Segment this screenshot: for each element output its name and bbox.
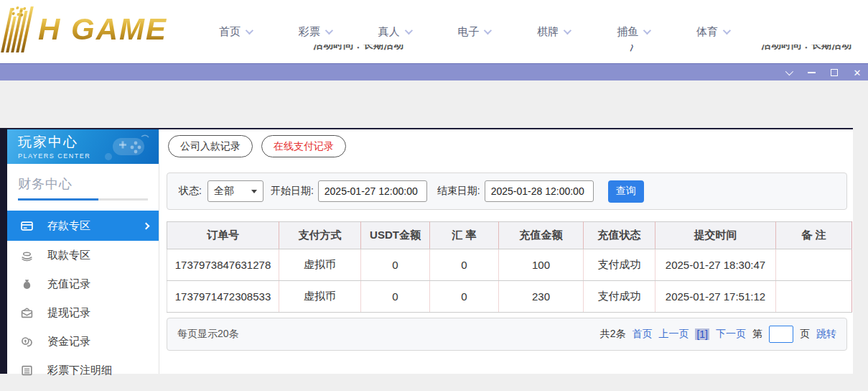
pagination-bar: 每页显示20条 共2条 首页 上一页 [1] 下一页 第 页 跳转 [167, 318, 847, 351]
col-recharge-status: 充值状态 [584, 222, 655, 249]
site-logo: H GAME [6, 4, 167, 55]
cell-payment-method: 虚拟币 [279, 281, 361, 313]
nav-item-fishing[interactable]: 捕鱼 [617, 25, 649, 39]
coins-icon [20, 335, 33, 348]
first-page-link[interactable]: 首页 [632, 328, 652, 341]
money-bag-icon [20, 277, 33, 290]
prev-page-link[interactable]: 上一页 [658, 328, 689, 341]
main-nav: 首页 彩票 真人 电子 棋牌 捕鱼 体育 [219, 0, 729, 63]
left-dark-edge [0, 128, 7, 374]
end-date-label: 结束日期: [437, 185, 480, 198]
query-button[interactable]: 查询 [608, 180, 644, 203]
cell-submit-time: 2025-01-27 18:30:47 [655, 249, 776, 281]
section-divider [18, 198, 148, 201]
sidebar-item-lottery-bet-details[interactable]: 彩票下注明细 [7, 356, 159, 385]
clipped-background-chevron: 〉 [629, 45, 640, 54]
window-titlebar: ✕ [0, 63, 868, 80]
end-date-input[interactable] [485, 180, 594, 202]
gamepad-icon [100, 134, 151, 162]
clipped-background-text: 活动时间：长期活动 [761, 45, 854, 55]
window-controls: ✕ [783, 64, 862, 81]
withdraw-hand-icon [20, 249, 33, 262]
chevron-down-icon [325, 27, 333, 34]
sidebar-item-funds-records[interactable]: 资金记录 [7, 327, 159, 356]
page-jump-input[interactable] [769, 326, 793, 343]
wallet-icon [20, 306, 33, 319]
col-order-number: 订单号 [167, 222, 279, 249]
start-date-input[interactable] [318, 180, 427, 202]
maximize-icon [831, 69, 838, 76]
cell-submit-time: 2025-01-27 17:51:12 [655, 281, 776, 313]
logo-bars-icon [1, 6, 39, 52]
start-date-label: 开始日期: [271, 185, 314, 198]
nav-item-lottery[interactable]: 彩票 [299, 25, 331, 39]
chevron-down-icon [643, 27, 651, 34]
window-close-button[interactable]: ✕ [852, 68, 862, 78]
cell-remarks [776, 281, 852, 313]
status-select-value: 全部 [214, 185, 234, 198]
cell-recharge-amount: 230 [499, 281, 584, 313]
sidebar-item-label: 取款专区 [47, 249, 90, 262]
status-select[interactable]: 全部 [207, 180, 263, 202]
pagination-controls: 共2条 首页 上一页 [1] 下一页 第 页 跳转 [600, 326, 836, 343]
site-header: H GAME 首页 彩票 真人 电子 棋牌 捕鱼 体育 [0, 0, 868, 63]
tab-company-deposit-records[interactable]: 公司入款记录 [168, 135, 253, 157]
table-header-row: 订单号 支付方式 USDT金额 汇 率 充值金额 充值状态 提交时间 备 注 [167, 222, 852, 249]
nav-item-slots[interactable]: 电子 [457, 25, 490, 39]
record-tabs: 公司入款记录 在线支付记录 [168, 135, 346, 157]
clipped-background-text: 活动时间：长期活动 [313, 45, 428, 55]
logo-text: H GAME [38, 12, 167, 47]
sidebar-item-withdrawal-records[interactable]: 提现记录 [7, 298, 159, 327]
tab-online-payment-records[interactable]: 在线支付记录 [261, 135, 346, 157]
list-icon [20, 364, 33, 377]
jump-button[interactable]: 跳转 [816, 328, 836, 341]
nav-item-home[interactable]: 首页 [219, 25, 251, 39]
cell-recharge-amount: 100 [499, 249, 584, 281]
cell-order-number: 1737971472308533 [167, 281, 279, 313]
total-count: 共2条 [600, 328, 626, 341]
close-icon: ✕ [854, 68, 862, 78]
bank-card-icon [20, 219, 33, 232]
payment-records-table: 订单号 支付方式 USDT金额 汇 率 充值金额 充值状态 提交时间 备 注 1… [167, 221, 852, 313]
players-center-header: 玩家中心 PLAYERS CENTER [7, 129, 159, 164]
col-exchange-rate: 汇 率 [430, 222, 499, 249]
sidebar-item-recharge-records[interactable]: 充值记录 [7, 270, 159, 298]
chevron-down-icon [404, 27, 412, 34]
chevron-down-icon [484, 27, 492, 34]
sidebar-item-label: 提现记录 [47, 306, 90, 320]
cell-remarks [776, 249, 852, 281]
main-panel: 公司入款记录 在线支付记录 状态: 全部 开始日期: 结束日期: 查询 订单号 … [159, 129, 853, 374]
logo-dots-decoration [11, 8, 15, 11]
chevron-right-icon [143, 222, 150, 229]
filter-panel: 状态: 全部 开始日期: 结束日期: 查询 [167, 172, 847, 210]
finance-center-heading: 财务中心 [18, 175, 159, 193]
window-minimize-button[interactable] [806, 68, 816, 78]
sidebar-item-withdraw-zone[interactable]: 取款专区 [7, 241, 159, 270]
current-page-indicator: [1] [695, 328, 709, 340]
next-page-link[interactable]: 下一页 [716, 328, 746, 341]
chevron-down-icon [785, 68, 793, 75]
cell-exchange-rate: 0 [430, 281, 499, 313]
nav-item-live[interactable]: 真人 [378, 25, 411, 39]
sidebar-item-deposit-zone[interactable]: 存款专区 [7, 211, 159, 241]
chevron-down-icon [246, 27, 253, 34]
cell-usdt-amount: 0 [361, 281, 430, 313]
sidebar-item-label: 存款专区 [47, 219, 90, 233]
cell-payment-method: 虚拟币 [279, 249, 361, 281]
table-row: 1737973847631278 虚拟币 0 0 100 支付成功 2025-0… [167, 249, 852, 281]
sidebar-item-label: 彩票下注明细 [47, 364, 112, 377]
chevron-down-icon [251, 190, 257, 193]
per-page-label: 每页显示20条 [177, 328, 239, 341]
cell-recharge-status: 支付成功 [584, 249, 655, 281]
nav-item-chess[interactable]: 棋牌 [537, 25, 569, 39]
jump-prefix-label: 第 [752, 328, 762, 341]
window-maximize-button[interactable] [829, 68, 839, 78]
jump-suffix-label: 页 [800, 328, 810, 341]
col-recharge-amount: 充值金额 [499, 222, 584, 249]
cell-order-number: 1737973847631278 [167, 249, 279, 281]
sidebar-item-label: 资金记录 [47, 335, 90, 349]
nav-item-sports[interactable]: 体育 [696, 25, 729, 39]
cell-exchange-rate: 0 [430, 249, 499, 281]
window-collapse-button[interactable] [783, 68, 793, 78]
col-payment-method: 支付方式 [279, 222, 361, 249]
